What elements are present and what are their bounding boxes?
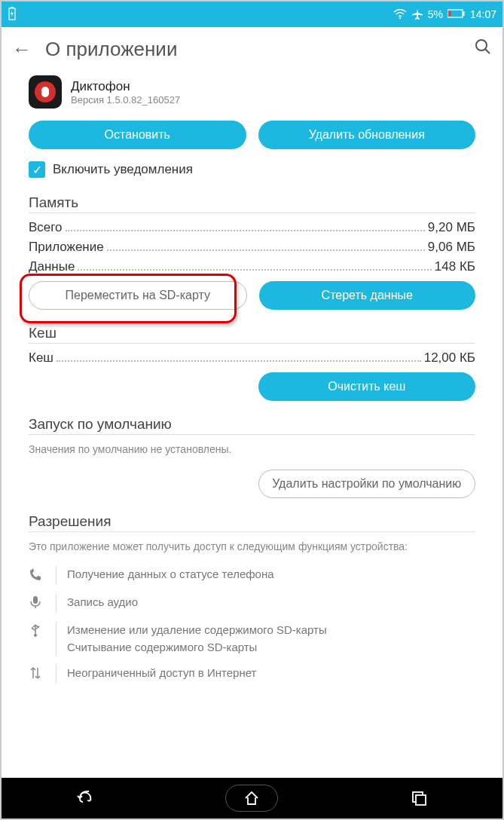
stop-button[interactable]: Остановить <box>29 121 246 149</box>
network-icon <box>29 666 45 684</box>
defaults-section-title: Запуск по умолчанию <box>29 410 475 435</box>
nav-home-button[interactable] <box>229 783 274 813</box>
usb-icon <box>29 623 45 641</box>
move-to-sd-button[interactable]: Переместить на SD-карту <box>29 281 247 310</box>
nav-bar <box>2 778 502 818</box>
svg-rect-17 <box>416 795 426 805</box>
permission-row: Изменение или удаление содержимого SD-ка… <box>29 617 475 660</box>
notifications-checkbox-row[interactable]: ✓ Включить уведомления <box>2 158 502 188</box>
svg-rect-5 <box>448 11 451 17</box>
svg-rect-13 <box>38 626 39 628</box>
permission-row: Запись аудио <box>29 589 475 617</box>
clear-defaults-button[interactable]: Удалить настройки по умолчанию <box>258 470 476 498</box>
permission-row: Получение данных о статусе телефона <box>29 561 475 589</box>
app-info-block: Диктофон Версия 1.5.0.82_160527 <box>2 71 502 116</box>
cache-section-title: Кеш <box>29 319 475 344</box>
wifi-icon <box>393 9 407 20</box>
svg-point-6 <box>476 40 487 50</box>
status-bar: 5% 14:07 <box>2 2 502 27</box>
permissions-section-title: Разрешения <box>29 507 475 532</box>
app-name: Диктофон <box>71 79 180 94</box>
clear-data-button[interactable]: Стереть данные <box>259 281 476 310</box>
delete-updates-button[interactable]: Удалить обновления <box>258 121 476 149</box>
memory-app-row: Приложение9,06 МБ <box>29 237 475 257</box>
clock: 14:07 <box>470 8 496 20</box>
nav-recent-button[interactable] <box>396 783 441 813</box>
memory-data-row: Данные148 КБ <box>29 257 475 277</box>
svg-point-2 <box>399 17 401 19</box>
checkbox-checked-icon[interactable]: ✓ <box>29 161 45 178</box>
svg-point-12 <box>32 627 33 629</box>
svg-rect-8 <box>33 596 38 604</box>
clear-cache-button[interactable]: Очистить кеш <box>258 372 476 401</box>
search-icon[interactable] <box>474 38 492 61</box>
svg-line-7 <box>485 49 490 54</box>
notifications-label: Включить уведомления <box>53 162 193 177</box>
phone-icon <box>29 568 45 585</box>
defaults-subtitle: Значения по умолчанию не установлены. <box>29 439 475 465</box>
app-version: Версия 1.5.0.82_160527 <box>71 94 180 106</box>
memory-total-row: Всего9,20 МБ <box>29 218 475 237</box>
page-title: О приложении <box>45 38 474 61</box>
memory-section-title: Память <box>29 188 475 213</box>
back-arrow-icon[interactable]: ← <box>12 38 32 61</box>
app-header: ← О приложении <box>2 27 502 71</box>
battery-low-icon <box>447 8 466 20</box>
airplane-mode-icon <box>411 8 423 20</box>
battery-charging-icon <box>8 7 17 23</box>
battery-percent: 5% <box>428 8 443 20</box>
permissions-subtitle: Это приложение может получить доступ к с… <box>29 537 475 562</box>
cache-row: Кеш12,00 КБ <box>29 348 475 368</box>
svg-rect-1 <box>11 7 14 8</box>
nav-back-button[interactable] <box>63 783 108 813</box>
app-icon <box>29 75 62 109</box>
microphone-icon <box>29 595 45 613</box>
permission-row: Неограниченный доступ в Интернет <box>29 660 475 688</box>
svg-rect-4 <box>463 11 465 16</box>
